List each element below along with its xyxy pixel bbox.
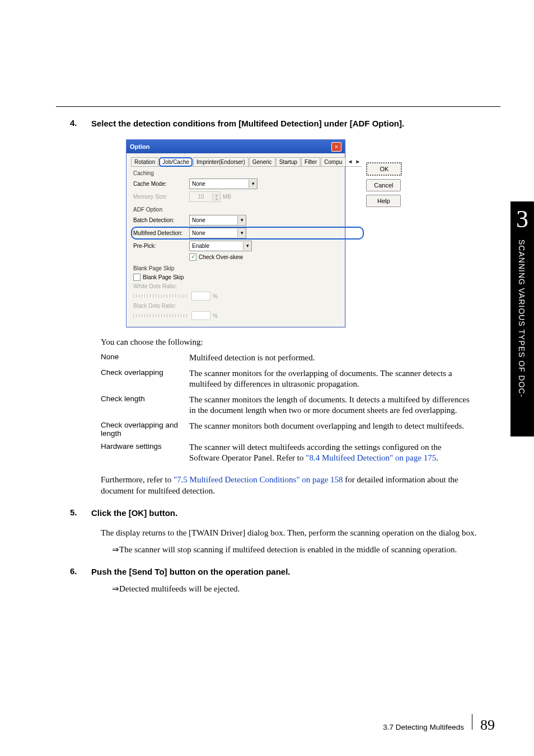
group-caching: Caching Cache Mode: None ▾ Memory Size: (131, 169, 362, 203)
dialog-tabs: Rotation Job/Cache Imprinter(Endorser) G… (131, 157, 362, 167)
footer-page-number: 89 (480, 717, 495, 734)
step-6-text: Push the [Send To] button on the operati… (91, 566, 478, 577)
step-5: 5. Click the [OK] button. (70, 508, 478, 519)
choice-key: Check overlapping (101, 366, 189, 392)
blank-page-skip-check[interactable]: Blank Page Skip (133, 274, 184, 281)
batch-detection-label: Batch Detection: (133, 217, 189, 223)
overskew-label: Check Over-skew (199, 254, 243, 260)
table-row: None Multifeed detection is not performe… (101, 350, 478, 366)
ok-button[interactable]: OK (366, 162, 402, 176)
prepick-combo[interactable]: Enable ▾ (189, 241, 252, 251)
choice-key: Check overlapping and length (101, 419, 189, 440)
close-icon[interactable]: × (331, 142, 341, 152)
prepick-value: Enable (190, 243, 243, 249)
checkbox-unchecked-icon (133, 274, 140, 281)
multifeed-detection-combo[interactable]: None ▾ (189, 228, 246, 238)
multifeed-detection-value: None (190, 230, 237, 236)
option-dialog: Option × Rotation Job/Cache Imprinter(En… (126, 139, 345, 327)
footer-section: 3.7 Detecting Multifeeds (383, 723, 464, 731)
black-dots-value (191, 311, 210, 320)
blank-page-skip-label: Blank Page Skip (143, 274, 184, 280)
step-6-result: ⇒Detected multifeeds will be ejected. (112, 583, 478, 594)
tabs-scroll-left-icon[interactable]: ◄ (346, 158, 354, 165)
link-7-5[interactable]: "7.5 Multifeed Detection Conditions" on … (174, 475, 343, 484)
choices-intro: You can choose the following: (101, 337, 478, 347)
dialog-titlebar: Option × (127, 140, 345, 153)
choice-desc: The scanner monitors for the overlapping… (189, 366, 478, 392)
step-5-body: The display returns to the [TWAIN Driver… (101, 527, 478, 538)
check-overskew[interactable]: ✓ Check Over-skew (189, 253, 243, 261)
black-dots-label: Black Dots Ratio: (133, 303, 189, 309)
choice-desc: Multifeed detection is not performed. (189, 350, 478, 366)
step-4-text: Select the detection conditions from [Mu… (91, 118, 478, 129)
tabs-scroll-right-icon[interactable]: ► (354, 158, 362, 165)
step-4-num: 4. (70, 118, 91, 129)
step-5-result: ⇒The scanner will stop scanning if multi… (112, 544, 478, 555)
cache-mode-label: Cache Mode: (133, 181, 189, 187)
choices-table: None Multifeed detection is not performe… (101, 350, 478, 466)
choice-desc: The scanner monitors the length of docum… (189, 392, 478, 419)
cache-mode-combo[interactable]: None ▾ (189, 179, 257, 189)
group-caching-title: Caching (133, 170, 362, 176)
tab-filter[interactable]: Filter (301, 157, 320, 166)
table-row: Check overlapping and length The scanner… (101, 419, 478, 440)
page-footer: 3.7 Detecting Multifeeds 89 (56, 714, 495, 734)
tab-generic[interactable]: Generic (249, 157, 275, 166)
choice-key: Hardware settings (101, 440, 189, 466)
tab-imprinter[interactable]: Imprinter(Endorser) (193, 157, 249, 166)
table-row: Hardware settings The scanner will detec… (101, 440, 478, 466)
further-pre: Furthermore, refer to (101, 475, 174, 484)
step-6-num: 6. (70, 566, 91, 577)
footer-divider (472, 714, 472, 730)
memory-unit: MB (223, 194, 231, 200)
memory-size-label: Memory Size: (133, 194, 189, 200)
chevron-down-icon: ▾ (249, 180, 257, 188)
step-5-num: 5. (70, 508, 91, 519)
tab-rotation[interactable]: Rotation (131, 157, 158, 166)
group-adf-title: ADF Option (133, 206, 362, 213)
batch-detection-value: None (190, 217, 237, 223)
table-row: Check length The scanner monitors the le… (101, 392, 478, 419)
tab-startup[interactable]: Startup (276, 157, 301, 166)
choice-desc: The scanner will detect multifeeds accor… (189, 440, 478, 466)
pct: % (213, 293, 218, 299)
choice-key: None (101, 350, 189, 366)
chevron-down-icon: ▾ (237, 229, 246, 237)
memory-size-spinner: 10 ▴▾ (189, 191, 221, 202)
multifeed-row: Multifeed Detection: None ▾ (133, 228, 362, 238)
prepick-label: Pre-Pick: (133, 243, 189, 249)
tab-compu[interactable]: Compu (321, 157, 345, 166)
cache-mode-value: None (190, 181, 249, 187)
group-blank: Blank Page Skip Blank Page Skip White Do… (131, 264, 362, 321)
step-6: 6. Push the [Send To] button on the oper… (70, 566, 478, 577)
group-adf: ADF Option Batch Detection: None ▾ Multi… (131, 205, 362, 262)
chevron-down-icon: ▾ (243, 242, 251, 250)
checkbox-checked-icon: ✓ (189, 253, 196, 261)
table-row: Check overlapping The scanner monitors f… (101, 366, 478, 392)
memory-size-value: 10 (190, 194, 212, 200)
help-button[interactable]: Help (366, 195, 401, 207)
choice-key: Check length (101, 392, 189, 419)
cancel-button[interactable]: Cancel (366, 179, 401, 191)
further-note: Furthermore, refer to "7.5 Multifeed Det… (101, 474, 478, 497)
pct: % (213, 313, 218, 319)
group-blank-title: Blank Page Skip (133, 265, 362, 271)
batch-detection-combo[interactable]: None ▾ (189, 215, 246, 226)
hw-desc-post: . (436, 453, 438, 462)
white-dots-label: White Dots Ratio: (133, 283, 189, 289)
chapter-vertical-label: SCANNING VARIOUS TYPES OF DOC- (517, 240, 526, 430)
white-dots-slider (133, 294, 189, 298)
dialog-title: Option (130, 143, 149, 150)
tab-jobcache[interactable]: Job/Cache (159, 157, 193, 167)
chevron-down-icon: ▾ (237, 216, 246, 224)
dialog-screenshot: Option × Rotation Job/Cache Imprinter(En… (126, 139, 478, 327)
chapter-side-tab: 3 SCANNING VARIOUS TYPES OF DOC- (510, 201, 534, 436)
white-dots-value (191, 292, 210, 300)
chapter-number: 3 (510, 205, 534, 233)
step-4: 4. Select the detection conditions from … (70, 118, 478, 129)
multifeed-detection-label: Multifeed Detection: (133, 230, 189, 236)
link-8-4[interactable]: "8.4 Multifeed Detection" on page 175 (306, 453, 436, 462)
choice-desc: The scanner monitors both document overl… (189, 419, 478, 440)
step-5-text: Click the [OK] button. (91, 508, 478, 519)
black-dots-slider (133, 314, 189, 317)
